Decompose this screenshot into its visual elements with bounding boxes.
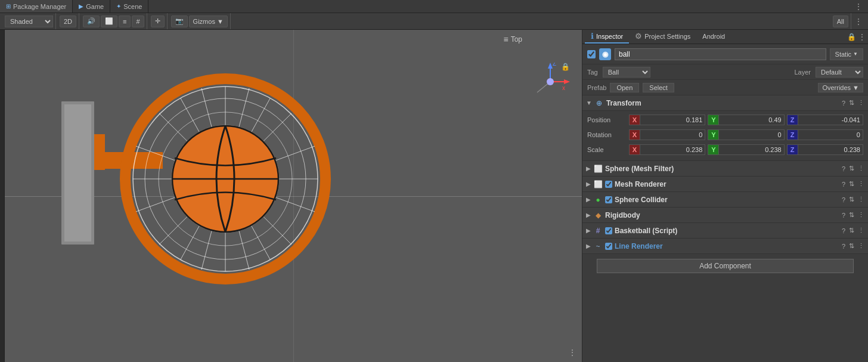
effects-btn[interactable]: #: [132, 16, 144, 27]
lock-icon[interactable]: 🔒: [847, 33, 856, 41]
top-bar: ⊞ Package Manager ▶ Game ✦ Scene ⋮: [0, 0, 868, 13]
camera-btn[interactable]: 📷: [171, 16, 188, 27]
tab-scene[interactable]: ✦ Scene: [110, 0, 148, 13]
position-x-input[interactable]: [640, 116, 705, 123]
rigidbody-help-icon[interactable]: ?: [842, 212, 845, 219]
scene-toolbar-more-icon[interactable]: ⋮: [855, 17, 863, 26]
sphere-mesh-filter-header[interactable]: ▶ ⬜ Sphere (Mesh Filter) ? ⇅ ⋮: [582, 161, 868, 177]
gizmos-label: Gizmos: [193, 18, 215, 25]
android-tab-label: Android: [702, 33, 725, 40]
basketball-script-header[interactable]: ▶ # Basketball (Script) ? ⇅ ⋮: [582, 223, 868, 239]
sphere-collider-more-icon[interactable]: ⋮: [858, 196, 864, 203]
project-settings-tab-label: Project Settings: [644, 33, 690, 40]
project-settings-tab[interactable]: ⚙ Project Settings: [629, 30, 696, 44]
rigidbody-settings-icon[interactable]: ⇅: [849, 211, 854, 219]
open-button[interactable]: Open: [610, 83, 639, 92]
tag-select[interactable]: Ball Untagged: [603, 67, 650, 78]
line-renderer-header[interactable]: ▶ ~ Line Renderer ? ⇅ ⋮: [582, 239, 868, 254]
transform-more-icon[interactable]: ⋮: [858, 99, 864, 107]
sphere-collider-label: Sphere Collider: [615, 196, 839, 204]
position-label: Position: [587, 116, 629, 123]
sphere-collider-settings-icon[interactable]: ⇅: [849, 196, 854, 203]
position-z-input[interactable]: [798, 116, 863, 123]
line-renderer-checkbox[interactable]: [605, 243, 612, 250]
mesh-renderer-actions: ? ⇅ ⋮: [842, 180, 864, 188]
2d-button[interactable]: 2D: [60, 16, 76, 27]
rotation-y-input[interactable]: [719, 131, 783, 138]
inspector-tab[interactable]: ℹ Inspector: [585, 30, 629, 44]
render-btn[interactable]: ⬜: [101, 16, 117, 27]
add-component-button[interactable]: Add Component: [597, 259, 854, 273]
left-sidebar: [0, 30, 5, 362]
sphere-collider-checkbox[interactable]: [605, 196, 612, 203]
mesh-renderer-header[interactable]: ▶ ⬜ Mesh Renderer ? ⇅ ⋮: [582, 177, 868, 192]
rigidbody-icon: ◆: [593, 211, 603, 220]
android-tab[interactable]: Android: [696, 30, 731, 44]
layer-select[interactable]: Default UI: [816, 67, 863, 78]
rotation-x-input[interactable]: [640, 131, 705, 138]
select-button[interactable]: Select: [643, 83, 674, 92]
overrides-button[interactable]: Overrides ▼: [818, 83, 863, 92]
line-renderer-more-icon[interactable]: ⋮: [858, 242, 864, 250]
mesh-renderer-help-icon[interactable]: ?: [842, 181, 845, 188]
basketball-script-settings-icon[interactable]: ⇅: [849, 227, 854, 234]
gizmo-lock-icon[interactable]: 🔒: [561, 63, 570, 71]
sphere-collider-help-icon[interactable]: ?: [842, 196, 845, 203]
rigidbody-actions: ? ⇅ ⋮: [842, 211, 864, 219]
prefab-label: Prefab: [587, 84, 606, 91]
sphere-collider-actions: ? ⇅ ⋮: [842, 196, 864, 203]
package-manager-icon: ⊞: [6, 3, 11, 10]
tab-package-manager[interactable]: ⊞ Package Manager: [0, 0, 73, 13]
inspector-icon: ℹ: [591, 32, 594, 41]
scale-z-input[interactable]: [798, 146, 863, 153]
static-button[interactable]: Static ▼: [830, 48, 863, 60]
scale-x-input[interactable]: [640, 146, 705, 153]
shaded-select[interactable]: Shaded Wireframe: [5, 16, 53, 27]
basketball-script-help-icon[interactable]: ?: [842, 227, 845, 234]
sphere-mesh-settings-icon[interactable]: ⇅: [849, 165, 854, 172]
sphere-mesh-label: Sphere (Mesh Filter): [605, 165, 839, 173]
scale-y-axis: Y: [708, 145, 719, 154]
rotation-z-input[interactable]: [798, 131, 863, 138]
scene-bottom-dots[interactable]: ⋮: [568, 348, 577, 357]
sphere-mesh-more-icon[interactable]: ⋮: [858, 165, 864, 172]
mesh-renderer-more-icon[interactable]: ⋮: [858, 180, 864, 188]
transform-settings-icon[interactable]: ⇅: [849, 99, 854, 107]
object-active-checkbox[interactable]: [587, 50, 596, 58]
inspector-actions: 🔒 ⋮: [847, 33, 866, 41]
tab-game[interactable]: ▶ Game: [73, 0, 110, 13]
audio-btn[interactable]: 🔊: [83, 16, 100, 27]
transform-help-icon[interactable]: ?: [842, 100, 845, 107]
top-bar-more-icon[interactable]: ⋮: [855, 2, 863, 11]
mesh-renderer-checkbox[interactable]: [605, 181, 612, 188]
sphere-mesh-help-icon[interactable]: ?: [842, 165, 845, 172]
layers-btn[interactable]: ≡: [119, 16, 131, 27]
transform-btn[interactable]: ✛: [151, 16, 165, 27]
rigidbody-more-icon[interactable]: ⋮: [858, 211, 864, 219]
gizmos-btn[interactable]: Gizmos ▼: [189, 16, 228, 27]
line-renderer-help-icon[interactable]: ?: [842, 243, 845, 250]
line-renderer-label: Line Renderer: [615, 242, 839, 250]
scale-x-field: X: [629, 144, 705, 155]
static-dropdown-icon: ▼: [853, 51, 858, 57]
static-label: Static: [835, 51, 852, 58]
position-y-input[interactable]: [719, 116, 783, 123]
sphere-collider-header[interactable]: ▶ ● Sphere Collider ? ⇅ ⋮: [582, 192, 868, 208]
scale-y-input[interactable]: [719, 146, 783, 153]
position-y-field: Y: [708, 115, 784, 125]
basketball-script-checkbox[interactable]: [605, 227, 612, 234]
more-icon[interactable]: ⋮: [858, 33, 866, 41]
transform-header[interactable]: ▼ ⊕ Transform ? ⇅ ⋮: [582, 95, 868, 111]
game-icon: ▶: [79, 3, 83, 10]
scene-view[interactable]: ≡ Top Z x: [5, 30, 582, 362]
mesh-renderer-settings-icon[interactable]: ⇅: [849, 180, 854, 188]
line-renderer-settings-icon[interactable]: ⇅: [849, 242, 854, 250]
inspector-tabs: ℹ Inspector ⚙ Project Settings Android 🔒…: [582, 30, 868, 44]
svg-rect-3: [94, 134, 105, 170]
layer-label: Layer: [794, 69, 811, 76]
all-btn[interactable]: All: [833, 16, 848, 27]
basketball-script-more-icon[interactable]: ⋮: [858, 227, 864, 234]
svg-rect-1: [64, 104, 91, 242]
object-name-input[interactable]: [615, 48, 826, 60]
rigidbody-header[interactable]: ▶ ◆ Rigidbody ? ⇅ ⋮: [582, 208, 868, 223]
